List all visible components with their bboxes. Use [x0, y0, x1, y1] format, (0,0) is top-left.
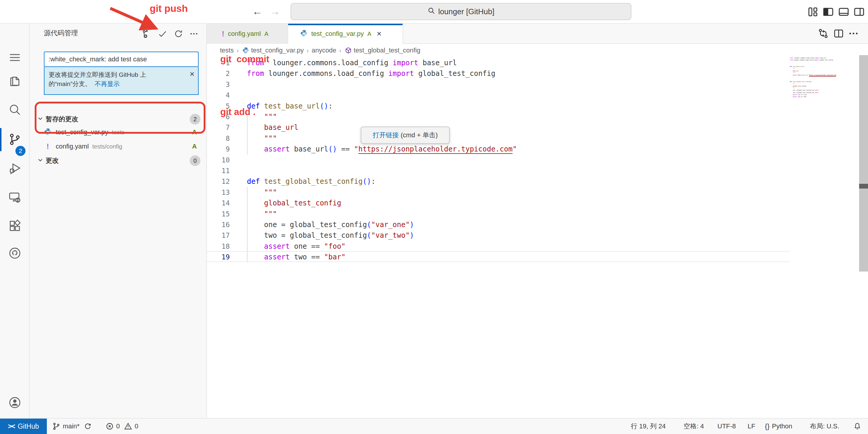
- staged-changes-header[interactable]: 暂存的更改 2: [30, 113, 207, 126]
- search-view-icon[interactable]: [8, 103, 21, 116]
- code-line[interactable]: """: [247, 187, 277, 198]
- line-number: 3: [207, 79, 230, 90]
- encoding-setting[interactable]: UTF-8: [717, 418, 736, 434]
- source-control-sidebar: 源代码管理 更改将提交并立即推送到 GitHub 上 的“main”分支。不再显…: [30, 24, 207, 418]
- breadcrumb-file[interactable]: test_config_var.py: [251, 46, 304, 54]
- code-line[interactable]: global_test_config: [247, 198, 341, 209]
- editor-scrollbar[interactable]: [859, 55, 868, 272]
- indentation-setting[interactable]: 空格: 4: [684, 418, 704, 434]
- line-number: 15: [207, 209, 230, 220]
- tab-config-yaml[interactable]: ! config.yaml A: [207, 24, 288, 44]
- open-changes-diff-icon[interactable]: [817, 28, 830, 40]
- editor-more-actions-icon[interactable]: [848, 28, 860, 40]
- code-line[interactable]: assert one == "foo": [247, 241, 345, 252]
- toggle-secondary-sidebar-icon[interactable]: [853, 6, 865, 18]
- chevron-down-icon: [37, 115, 44, 123]
- customize-layout-icon[interactable]: [807, 6, 819, 18]
- errors-icon: [105, 422, 114, 430]
- code-line[interactable]: assert two == "bar": [247, 252, 345, 262]
- cursor-position-marker: [859, 184, 868, 189]
- nav-forward-button[interactable]: →: [269, 4, 282, 19]
- open-link-text[interactable]: 打开链接: [373, 131, 399, 139]
- git-commit-annotation: git commit: [220, 54, 269, 65]
- remote-indicator[interactable]: >< GitHub: [0, 418, 47, 434]
- refresh-icon[interactable]: [174, 29, 184, 39]
- run-debug-icon[interactable]: [8, 162, 21, 175]
- source-control-icon[interactable]: [8, 133, 21, 146]
- eol-setting[interactable]: LF: [748, 418, 755, 434]
- code-line[interactable]: def test_global_test_config():: [247, 176, 376, 187]
- search-icon: [428, 7, 435, 17]
- minimap-line: [790, 61, 855, 63]
- commit-check-icon[interactable]: [158, 29, 168, 39]
- keyboard-layout[interactable]: 布局: U.S.: [810, 418, 839, 434]
- line-number: 4: [207, 90, 230, 101]
- notice-close-icon[interactable]: ×: [190, 69, 194, 79]
- code-line[interactable]: from lounger.commons.load_config import …: [247, 58, 457, 68]
- close-tab-icon[interactable]: ×: [377, 29, 381, 38]
- code-line[interactable]: two = global_test_config("var_two"): [247, 230, 414, 241]
- python-file-icon: [300, 29, 308, 38]
- minimap-line: """: [790, 68, 855, 70]
- minimap-line: assert two == "bar": [790, 96, 855, 98]
- line-number: 7: [207, 122, 230, 133]
- git-status-added: A: [265, 31, 268, 37]
- accounts-icon[interactable]: [8, 396, 21, 409]
- source-control-badge: 2: [16, 146, 26, 156]
- more-actions-icon[interactable]: [189, 29, 199, 39]
- code-line[interactable]: from lounger.commons.load_config import …: [247, 68, 495, 79]
- breadcrumb-symbol[interactable]: test_global_test_config: [354, 46, 421, 54]
- minimap-line: assert one == "foo": [790, 94, 855, 96]
- minimap-line: base_url: [790, 70, 855, 72]
- commit-message-input[interactable]: [44, 52, 198, 67]
- breadcrumb: tests › test_config_var.py › anycode › t…: [207, 44, 868, 57]
- code-line[interactable]: base_url: [247, 122, 298, 133]
- open-link-tooltip: 打开链接 (cmd + 单击): [361, 127, 450, 144]
- warnings-icon: [124, 422, 132, 430]
- breadcrumb-tests[interactable]: tests: [220, 46, 234, 54]
- command-center-search[interactable]: lounger [GitHub]: [290, 3, 631, 20]
- changes-header[interactable]: 更改 0: [30, 154, 207, 167]
- create-branch-icon[interactable]: [142, 29, 152, 39]
- branch-indicator[interactable]: main*: [52, 418, 92, 434]
- staged-file-row-test-config-var[interactable]: test_config_var.py tests A: [30, 125, 207, 139]
- notice-line1: 更改将提交并立即推送到 GitHub 上: [49, 70, 194, 79]
- line-number: 14: [207, 198, 230, 209]
- split-editor-icon[interactable]: [833, 28, 845, 40]
- code-editor[interactable]: 12345678910111213141516171819 from loung…: [207, 57, 859, 417]
- code-line[interactable]: def test_base_url():: [247, 101, 333, 112]
- code-line[interactable]: assert base_url() == "https://jsonplaceh…: [247, 144, 517, 155]
- tab-test-config-var-py[interactable]: test_config_var.py A ×: [288, 24, 403, 44]
- toggle-panel-icon[interactable]: [838, 6, 849, 18]
- menu-icon[interactable]: [8, 51, 21, 64]
- python-file-icon: [44, 128, 52, 137]
- problems-indicator[interactable]: 0 0: [105, 418, 138, 434]
- minimap-line: from lounger.commons.load_config import …: [790, 59, 855, 61]
- sync-icon: [84, 422, 92, 430]
- dont-show-again-link[interactable]: 不再显示: [95, 80, 120, 87]
- explorer-icon[interactable]: [8, 75, 21, 88]
- code-line[interactable]: one = global_test_config("var_one"): [247, 219, 414, 230]
- activity-bar: 2 ⚙: [0, 24, 30, 418]
- language-mode[interactable]: {} Python: [765, 418, 793, 434]
- code-line[interactable]: """: [247, 209, 277, 220]
- git-status-added: A: [367, 31, 371, 37]
- line-number: 18: [207, 241, 230, 252]
- chevron-down-icon: [37, 157, 44, 165]
- minimap-line: [790, 63, 855, 65]
- minimap-line: assert base_url() == "https://jsonplaceh…: [790, 74, 855, 76]
- breadcrumb-anycode[interactable]: anycode: [312, 46, 336, 54]
- extensions-icon[interactable]: [8, 219, 21, 232]
- notifications-bell-icon[interactable]: [853, 418, 862, 434]
- minimap-line: """: [790, 72, 855, 74]
- notice-line2: 的“main”分支。不再显示: [49, 79, 194, 88]
- staged-file-row-config-yaml[interactable]: ! config.yaml tests/config A: [30, 139, 207, 154]
- nav-back-button[interactable]: ←: [251, 4, 264, 19]
- code-line[interactable]: """: [247, 133, 277, 144]
- remote-explorer-icon[interactable]: [8, 191, 21, 204]
- cursor-position[interactable]: 行 19, 列 24: [631, 418, 665, 434]
- minimap[interactable]: from lounger.commons.load_config import …: [790, 57, 855, 104]
- toggle-primary-sidebar-icon[interactable]: [823, 6, 834, 18]
- status-bar: >< GitHub main* 0 0 行 19, 列 24 空格: 4 UTF…: [0, 418, 868, 434]
- github-icon[interactable]: [8, 247, 21, 260]
